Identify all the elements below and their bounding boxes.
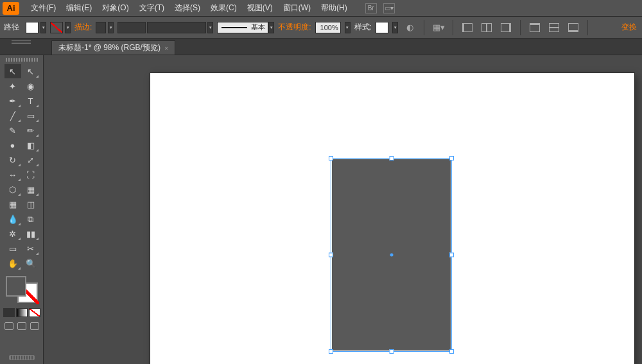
presentation-mode-icon[interactable] [30,322,39,330]
menu-type[interactable]: 文字(T) [134,0,169,16]
rotate-icon: ↻ [9,156,16,164]
align-left-icon[interactable] [460,21,475,34]
magic-wand-tool[interactable]: ✦ [4,79,21,93]
rotate-tool[interactable]: ↻ [4,153,21,167]
align-hcenter-icon[interactable] [479,21,494,34]
full-screen-mode-icon[interactable] [17,322,26,330]
eyedropper-tool[interactable]: 💧 [4,212,21,226]
close-icon[interactable]: × [164,44,168,52]
document-tab[interactable]: 未标题-1* @ 98% (RGB/预览) × [51,40,175,55]
graphic-style-dropdown[interactable]: ▾ [392,22,398,33]
stroke-profile-dropdown[interactable]: ▾ [207,22,213,33]
menu-object[interactable]: 对象(O) [97,0,134,16]
align-right-icon[interactable] [498,21,514,34]
slice-tool[interactable]: ✂ [22,241,39,256]
blend-icon: ⧉ [28,215,33,223]
blend-tool[interactable]: ⧉ [22,212,39,226]
stroke-swatch[interactable] [50,22,63,33]
align-selection-icon[interactable]: ▦▾ [431,21,446,34]
pen-tool[interactable]: ✒ [4,94,21,108]
menu-view[interactable]: 视图(V) [242,0,278,16]
selection-tool[interactable]: ↖ [4,64,21,78]
line-segment-tool[interactable]: ╱ [4,108,21,123]
brush-combo: 基本 ▾ [217,22,274,33]
menu-effect[interactable]: 效果(C) [205,0,242,16]
artboard[interactable] [150,73,634,364]
brush-definition[interactable]: 基本 [217,22,268,33]
solid-color-mode[interactable] [3,308,15,317]
menu-select[interactable]: 选择(S) [169,0,205,16]
perspective-grid-icon: ▦ [27,186,35,194]
divider [424,20,424,35]
graphic-style-swatch[interactable] [376,22,388,33]
free-transform-icon: ⛶ [26,171,35,179]
direct-selection-tool[interactable]: ↖ [22,64,39,78]
eraser-icon: ◧ [27,141,35,150]
selection-icon: ↖ [9,67,16,76]
artboard-icon: ▭ [9,245,17,253]
opacity-input[interactable]: 100% [315,22,341,33]
toolbox-dock-handle[interactable] [9,355,35,360]
normal-screen-mode-icon[interactable] [4,322,13,330]
pencil-tool[interactable]: ✏ [22,123,39,137]
eyedropper-icon: 💧 [8,215,18,223]
align-top-icon[interactable] [527,21,542,34]
stroke-variable-width[interactable] [117,22,146,33]
menu-file[interactable]: 文件(F) [26,0,61,16]
hand-tool[interactable]: ✋ [4,256,21,270]
stroke-profile-field[interactable] [147,22,206,33]
fill-swatch-dropdown[interactable]: ▾ [40,22,46,33]
stroke-profile-group: ▾ [117,22,213,33]
tabbar-grip[interactable] [12,40,31,44]
mesh-icon: ▦ [9,200,17,209]
main-area: ↖ ↖ ✦ ◉ ✒ T ╱ ▭ ✎ ✏ ● ◧ ↻ ⤢ ↔ ⛶ [0,55,642,364]
rectangle-tool[interactable]: ▭ [22,108,39,123]
menu-help[interactable]: 帮助(H) [316,0,352,16]
rectangle-shape[interactable] [332,159,451,351]
transform-panel-label[interactable]: 变换 [621,22,638,33]
width-tool[interactable]: ↔ [4,168,21,182]
toolbox-grip[interactable] [6,58,38,62]
stroke-weight-dropdown[interactable]: ▾ [108,22,114,33]
zoom-icon: 🔍 [26,259,36,268]
opacity-dropdown[interactable]: ▾ [345,22,351,33]
align-bottom-icon[interactable] [566,21,581,34]
workspace[interactable] [44,55,642,364]
arrange-documents-icon[interactable]: ▭▾ [383,3,395,13]
align-vcenter-icon[interactable] [546,21,562,34]
document-tab-bar: 未标题-1* @ 98% (RGB/预览) × [0,39,642,55]
symbol-sprayer-icon: ✲ [9,230,16,238]
stroke-swatch-dropdown[interactable]: ▾ [65,22,71,33]
divider [520,20,521,35]
menu-bar: Ai 文件(F) 编辑(E) 对象(O) 文字(T) 选择(S) 效果(C) 视… [0,0,642,17]
paintbrush-icon: ✎ [9,126,16,135]
bridge-icon[interactable]: Br [365,3,377,13]
gradient-tool[interactable]: ◫ [22,197,39,211]
none-mode[interactable] [29,308,40,317]
recolor-artwork-icon[interactable]: ◐ [402,21,417,34]
menu-window[interactable]: 窗口(W) [278,0,316,16]
column-graph-icon: ▮▮ [26,230,35,238]
scale-tool[interactable]: ⤢ [22,153,39,167]
shape-builder-tool[interactable]: ⬡ [4,182,21,196]
brush-definition-dropdown[interactable]: ▾ [268,22,274,33]
fill-swatch[interactable] [26,22,39,33]
free-transform-tool[interactable]: ⛶ [22,168,39,182]
symbol-sprayer-tool[interactable]: ✲ [4,227,21,241]
fill-indicator[interactable] [6,276,26,297]
artboard-tool[interactable]: ▭ [4,241,21,256]
column-graph-tool[interactable]: ▮▮ [22,227,39,241]
lasso-tool[interactable]: ◉ [22,79,39,93]
fill-stroke-indicator[interactable] [3,273,40,306]
perspective-grid-tool[interactable]: ▦ [22,182,39,196]
blob-brush-icon: ● [10,141,15,150]
type-tool[interactable]: T [22,94,39,108]
paintbrush-tool[interactable]: ✎ [4,123,21,137]
stroke-weight-stepper[interactable] [96,22,106,33]
eraser-tool[interactable]: ◧ [22,138,39,152]
blob-brush-tool[interactable]: ● [4,138,21,152]
menu-edit[interactable]: 编辑(E) [61,0,97,16]
zoom-tool[interactable]: 🔍 [22,256,39,270]
gradient-mode[interactable] [16,308,28,317]
mesh-tool[interactable]: ▦ [4,197,21,211]
